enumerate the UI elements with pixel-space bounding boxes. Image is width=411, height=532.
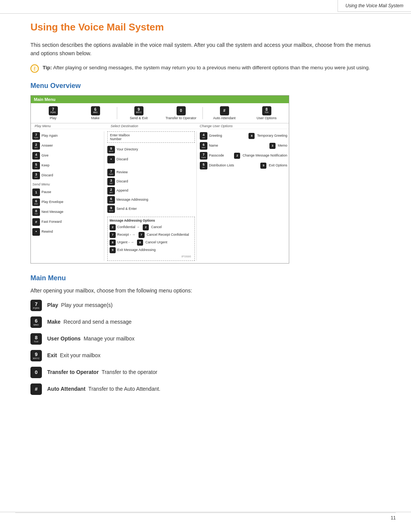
key-8-user: 8TUV User Options [246, 105, 287, 121]
menu-item-play-text: Play Play your message(s) [47, 300, 113, 309]
menu-item-exit-text: Exit Exit your mailbox [47, 350, 100, 359]
diag-key-7-pass: 7PQRS [200, 152, 207, 160]
key-7-btn: 7PQRS [49, 106, 58, 115]
diag-key-7-sm: 7PQRS [107, 169, 115, 176]
diag-exit-addr: 9 Exit Message Addressing [110, 246, 193, 254]
intro-paragraph: This section describes the options avail… [30, 41, 381, 58]
main-menu-list: 7PQRS Play Play your message(s) 6MNO Mak… [30, 300, 381, 395]
diag-send-enter: 9WXYZ Send & Enter [107, 204, 195, 214]
key-9-label: Send & Exit [130, 116, 148, 120]
diag-receipt: 7 Receipt - → 7 Cancel Receipt Confident… [110, 231, 193, 239]
diag-conf: 2 Confidential → 2 Cancel [110, 224, 193, 231]
menu-item-exit: 9WXYZ Exit Exit your mailbox [30, 350, 381, 361]
diag-key-4: 4GHI [32, 152, 40, 160]
menu-item-play: 7PQRS Play Play your message(s) [30, 300, 381, 311]
diagram-body: 7PQRS Play Again 2ABC Answer 4GHI Give 5… [31, 129, 289, 263]
diag-passcode: 7PQRS Passcode 2 Change Message Notifica… [200, 151, 287, 160]
menu-item-make: 6MNO Make Record and send a message [30, 316, 381, 328]
diag-key-6-sm: 6MNO [107, 196, 115, 204]
key-6-btn: 6MNO [91, 106, 100, 115]
diag-greeting: 4GHI Greeting 8 Temporary Greeting [200, 131, 287, 141]
msg-addr-title: Message Addressing Options [110, 219, 193, 222]
key-8-btn: 8TUV [262, 106, 271, 115]
key-8-label: User Options [256, 116, 277, 120]
diag-key-5-dist: 5JKL [200, 162, 207, 169]
diag-give: 4GHI Give [32, 151, 102, 160]
diag-play-envelope: 6MNO Play Envelope [32, 198, 102, 207]
diag-your-dir: 9WXYZ Your Directory [107, 145, 195, 154]
diag-key-1: 1 [32, 189, 40, 196]
diag-key-star-dest: * [107, 156, 115, 163]
key-0-btn: 0 [177, 106, 186, 115]
diag-append-send: 2ABC Append [107, 186, 195, 195]
diag-key-6-send: 6MNO [32, 198, 40, 206]
key-hash-btn: # [220, 106, 229, 115]
menu-item-user-options: 8TUV User Options Manage your mailbox [30, 333, 381, 345]
menu-item-transfer-text: Transfer to Operator Transfer to the ope… [47, 367, 157, 376]
diag-review-send: 7PQRS Review [107, 168, 195, 177]
key-0-label: Transfer to Operator [166, 116, 196, 120]
footer-bar: 11 [0, 512, 411, 521]
main-menu-top-row: 7PQRS Play 6MNO Make 9WXYZ Send & Exit 0… [31, 103, 289, 123]
key-6-label: Make [91, 116, 99, 120]
diag-discard-send: 3DEF Discard [107, 177, 195, 186]
diag-key-3-memo: 3 [269, 143, 276, 149]
diag-name: 6MNO Name 3 Memo [200, 141, 287, 150]
diag-urgent: 8 Urgent - → 8 Cancel Urgent [110, 239, 193, 246]
diag-key-hash-send: # [32, 218, 40, 226]
key-0-transfer: 0 Transfer to Operator [160, 105, 202, 121]
diag-key-9-exit: 9 [110, 247, 116, 253]
key-7-play: 7PQRS Play [32, 105, 74, 121]
diag-key-9-dest: 9WXYZ [107, 146, 115, 153]
diag-key-3-sm: 3DEF [107, 178, 115, 185]
diag-key-8-urg: 8 [110, 240, 116, 246]
tip-box: Tip: After playing or sending messages, … [30, 64, 381, 73]
diag-rewind: * Rewind [32, 227, 102, 236]
play-menu-col: 7PQRS Play Again 2ABC Answer 4GHI Give 5… [32, 131, 102, 261]
menu-item-make-text: Make Record and send a message [47, 316, 132, 326]
main-menu-section-title: Main Menu [30, 274, 381, 282]
main-menu-bar-label: Main Menu [31, 96, 289, 103]
col-change-options-header: Change User Options [200, 124, 285, 128]
diag-key-7-cancel-rec: 7 [139, 232, 145, 238]
diag-pause: 1 Pause [32, 188, 102, 197]
key-badge-8: 8TUV [30, 333, 42, 345]
diag-play-again: 7PQRS Play Again [32, 131, 102, 141]
key-badge-7: 7PQRS [30, 300, 42, 311]
diag-fast-fwd: # Fast Forward [32, 217, 102, 227]
diag-keep: 5JKL Keep [32, 161, 102, 170]
send-menu-sub: 7PQRS Review 3DEF Discard 2ABC Append 6M… [107, 168, 195, 214]
menu-diagram: Main Menu 7PQRS Play 6MNO Make 9WXYZ Sen… [30, 95, 289, 264]
header-section-label: Using the Voice Mail System [338, 0, 411, 12]
key-badge-hash: # [30, 383, 42, 395]
diag-distrib: 5JKL Distribution Lists 9 Exit Options [200, 161, 287, 170]
menu-overview-title: Menu Overview [30, 82, 381, 90]
diag-key-2-conf: 2 [110, 224, 116, 230]
col-play-menu-header: Play Menu [35, 124, 103, 128]
diag-next-msg: 8TUV Next Message [32, 208, 102, 217]
page-title: Using the Voice Mail System [30, 21, 381, 33]
diag-key-9-sm: 9WXYZ [107, 205, 115, 213]
key-9-btn: 9WXYZ [134, 106, 143, 115]
diag-key-2-change: 2 [234, 153, 240, 159]
key-badge-9: 9WXYZ [30, 350, 42, 361]
key-9-send: 9WXYZ Send & Exit [118, 105, 159, 121]
change-options-col: 4GHI Greeting 8 Temporary Greeting 6MNO … [196, 131, 287, 261]
diag-key-2-cancel: 2 [143, 224, 149, 230]
msg-addr-options-box: Message Addressing Options 2 Confidentia… [107, 217, 195, 261]
key-hash-label: Auto Attendant [213, 116, 236, 120]
diag-msg-addr: 6MNO Message Addressing [107, 195, 195, 204]
diag-key-9-exit-opt: 9 [260, 163, 266, 169]
col-headers-row: Play Menu Select Destination Change User… [31, 123, 289, 129]
tip-icon [30, 64, 39, 73]
diag-key-8-temp: 8 [249, 133, 255, 139]
key-6-make: 6MNO Make [75, 105, 116, 121]
menu-item-user-options-text: User Options Manage your mailbox [47, 333, 135, 343]
diag-key-8-cancel-urg: 8 [137, 240, 143, 246]
send-menu-label: Send Menu [32, 182, 102, 186]
main-menu-intro: After opening your mailbox, choose from … [30, 288, 381, 294]
diag-key-2: 2ABC [32, 142, 40, 150]
diag-answer: 2ABC Answer [32, 141, 102, 150]
key-badge-0: 0 [30, 367, 42, 378]
diag-discard-play: 3DEF Discard [32, 171, 102, 180]
